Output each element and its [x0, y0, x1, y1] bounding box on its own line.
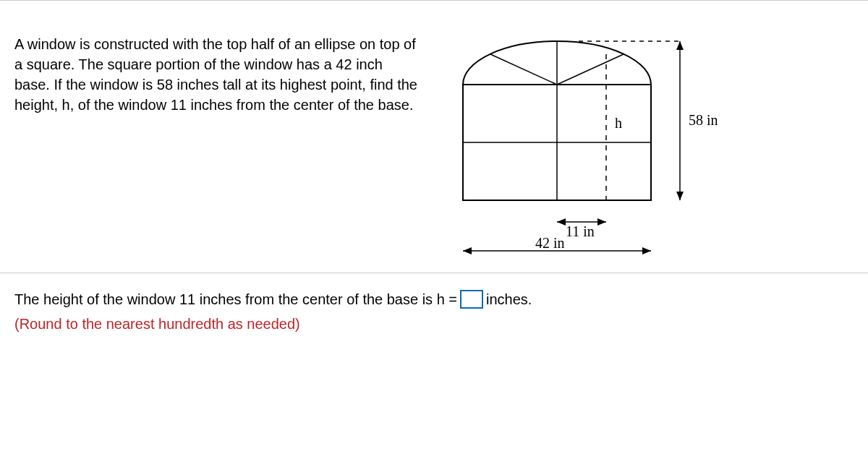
- svg-line-8: [490, 54, 557, 85]
- svg-marker-14: [557, 218, 566, 226]
- answer-section: The height of the window 11 inches from …: [0, 273, 868, 335]
- svg-line-9: [557, 54, 624, 85]
- svg-marker-15: [597, 218, 606, 226]
- svg-marker-3: [676, 192, 684, 200]
- window-figure: 58 in h: [434, 34, 738, 265]
- base-width-label: 42 in: [535, 235, 565, 251]
- svg-marker-17: [463, 247, 472, 254]
- top-row: A window is constructed with the top hal…: [0, 5, 868, 273]
- svg-marker-18: [642, 247, 651, 254]
- svg-marker-2: [676, 41, 684, 50]
- answer-suffix: inches.: [486, 288, 532, 311]
- height-var-label: h: [615, 115, 622, 131]
- round-note: (Round to the nearest hundredth as neede…: [14, 312, 854, 335]
- inner-width-label: 11 in: [566, 223, 595, 239]
- problem-statement: A window is constructed with the top hal…: [14, 34, 434, 115]
- answer-input[interactable]: [460, 290, 483, 309]
- total-height-label: 58 in: [689, 112, 718, 128]
- answer-prefix: The height of the window 11 inches from …: [14, 288, 457, 311]
- answer-line: The height of the window 11 inches from …: [14, 288, 854, 311]
- page: A window is constructed with the top hal…: [0, 0, 868, 467]
- figure-area: 58 in h: [434, 34, 854, 265]
